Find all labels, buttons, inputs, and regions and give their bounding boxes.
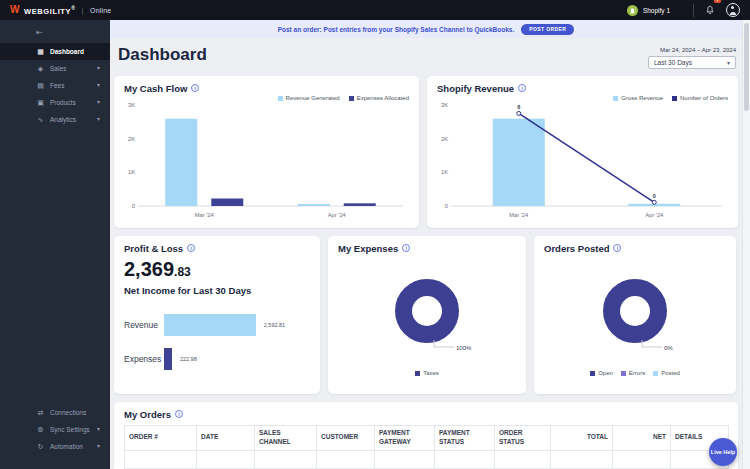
- sidebar-item-label: Dashboard: [50, 47, 84, 56]
- orders-posted-card: Orders Posted i 0% OpenErrorsPosted: [534, 236, 736, 394]
- sidebar-item-label: Sync Settings: [50, 425, 90, 434]
- date-controls: Mar 24, 2024 – Apr 23, 2024 Last 30 Days…: [648, 45, 736, 69]
- store-name: Shopify 1: [643, 7, 670, 14]
- shopify-revenue-legend: Gross RevenueNumber of Orders: [613, 95, 728, 101]
- legend-swatch: [613, 96, 618, 101]
- sidebar-item-label: Connections: [50, 408, 86, 417]
- connections-icon: ⇄: [36, 408, 45, 417]
- net-income-value: 2,369.83: [124, 258, 310, 283]
- sidebar-collapse-icon[interactable]: ⇤: [0, 20, 110, 43]
- store-selector-button[interactable]: Shopify 1: [621, 3, 684, 18]
- page-header: Dashboard Mar 24, 2024 – Apr 23, 2024 La…: [110, 38, 742, 74]
- live-help-button[interactable]: Live Help: [709, 438, 737, 466]
- svg-text:0: 0: [653, 193, 656, 199]
- orders-posted-legend: OpenErrorsPosted: [544, 370, 726, 376]
- products-icon: ▣: [36, 98, 45, 107]
- info-icon[interactable]: i: [175, 410, 183, 418]
- sidebar-item-analytics[interactable]: ∿Analytics▾: [0, 111, 110, 128]
- orders-table-header-row: ORDER #DATESALES CHANNELCUSTOMERPAYMENT …: [125, 426, 729, 451]
- info-icon[interactable]: i: [402, 244, 410, 252]
- svg-text:0: 0: [132, 203, 135, 209]
- info-icon[interactable]: i: [191, 84, 199, 92]
- chevron-down-icon: ▾: [97, 425, 100, 434]
- legend-swatch: [278, 96, 283, 101]
- period-select[interactable]: Last 30 Days ▾: [648, 56, 736, 69]
- svg-text:8: 8: [517, 104, 520, 110]
- my-expenses-card: My Expenses i 100% Taxes: [328, 236, 526, 394]
- my-expenses-chart: 100%: [338, 257, 516, 369]
- my-expenses-legend: Taxes: [338, 370, 516, 376]
- user-account-button[interactable]: [726, 3, 740, 17]
- automation-icon: ↻: [36, 442, 45, 451]
- svg-text:2K: 2K: [441, 136, 448, 142]
- sidebar-item-connections[interactable]: ⇄Connections: [0, 404, 110, 421]
- info-icon[interactable]: i: [518, 84, 526, 92]
- sales-icon: ◈: [36, 64, 45, 73]
- orders-row: My Orders i ORDER #DATESALES CHANNELCUST…: [114, 402, 738, 469]
- brand-name: WEBGILITY®: [24, 5, 75, 16]
- svg-text:100%: 100%: [456, 345, 472, 351]
- notification-badge: 7: [714, 0, 721, 3]
- svg-text:0: 0: [445, 203, 448, 209]
- info-icon[interactable]: i: [613, 244, 621, 252]
- webgility-logo-icon: W: [10, 5, 20, 15]
- sidebar: ⇤ ▦Dashboard◈Sales▾▤Fees▾▣Products▾∿Anal…: [0, 20, 110, 469]
- legend-item: Number of Orders: [672, 95, 728, 101]
- sidebar-item-products[interactable]: ▣Products▾: [0, 94, 110, 111]
- legend-swatch: [415, 371, 420, 376]
- sidebar-nav-bottom: ⇄Connections⚙Sync Settings▾↻Automation▾: [0, 404, 110, 469]
- sidebar-item-label: Products: [50, 98, 76, 107]
- legend-swatch: [621, 371, 626, 376]
- my-orders-card: My Orders i ORDER #DATESALES CHANNELCUST…: [114, 402, 738, 469]
- fees-icon: ▤: [36, 81, 45, 90]
- legend-item: Taxes: [415, 370, 439, 376]
- legend-swatch: [590, 371, 595, 376]
- sidebar-item-sync-settings[interactable]: ⚙Sync Settings▾: [0, 421, 110, 438]
- table-cell: [613, 450, 671, 468]
- scrollbar-thumb[interactable]: [744, 23, 749, 111]
- notifications-button[interactable]: 7: [703, 0, 717, 20]
- brand-separator: |: [81, 6, 84, 15]
- period-select-value: Last 30 Days: [654, 59, 692, 66]
- post-order-button[interactable]: POST ORDER: [521, 24, 574, 35]
- table-cell: [375, 450, 435, 468]
- info-icon[interactable]: i: [187, 244, 195, 252]
- column-header: DATE: [197, 426, 255, 451]
- sidebar-item-automation[interactable]: ↻Automation▾: [0, 438, 110, 455]
- sidebar-item-sales[interactable]: ◈Sales▾: [0, 60, 110, 77]
- banner-text: Post an order: Post entries from your Sh…: [278, 26, 515, 33]
- my-orders-title: My Orders: [124, 409, 171, 420]
- svg-text:1K: 1K: [441, 169, 448, 175]
- my-expenses-title: My Expenses: [338, 243, 398, 254]
- dashboard-icon: ▦: [36, 47, 45, 56]
- profit-loss-card: Profit & Loss i 2,369.83 Net Income for …: [114, 236, 320, 394]
- svg-text:2K: 2K: [128, 136, 135, 142]
- table-cell: [435, 450, 495, 468]
- sidebar-item-label: Fees: [50, 81, 64, 90]
- bar-value: 222.98: [180, 356, 197, 362]
- shopify-store-icon: [627, 5, 638, 16]
- table-cell: [551, 450, 613, 468]
- table-cell: [495, 450, 551, 468]
- sidebar-item-fees[interactable]: ▤Fees▾: [0, 77, 110, 94]
- profit-loss-bar-row: Revenue2,592.81: [124, 313, 310, 336]
- brand-mode-label: Online: [90, 7, 111, 14]
- net-income-subtitle: Net Income for Last 30 Days: [124, 285, 310, 296]
- profit-loss-title: Profit & Loss: [124, 243, 183, 254]
- charts-row-1: My Cash Flow i Revenue GeneratedExpenses…: [114, 76, 738, 228]
- cash-flow-chart: 01K2K3KMar '24Apr '24: [124, 97, 409, 221]
- cash-flow-legend: Revenue GeneratedExpenses Allocated: [278, 95, 409, 101]
- profit-loss-chart: Revenue2,592.81Expenses222.98: [124, 313, 310, 370]
- legend-swatch: [672, 96, 677, 101]
- legend-swatch: [349, 96, 354, 101]
- chevron-down-icon: ▾: [727, 59, 730, 66]
- column-header: ORDER STATUS: [495, 426, 551, 451]
- shopify-revenue-title: Shopify Revenue: [437, 83, 514, 94]
- column-header: SALES CHANNEL: [255, 426, 317, 451]
- sidebar-item-dashboard[interactable]: ▦Dashboard: [0, 43, 110, 60]
- legend-item: Revenue Generated: [278, 95, 340, 101]
- svg-text:Mar '24: Mar '24: [195, 212, 215, 218]
- svg-text:3K: 3K: [128, 102, 135, 108]
- topbar: W WEBGILITY® | Online Shopify 1 7: [0, 0, 750, 20]
- page-title: Dashboard: [118, 45, 207, 65]
